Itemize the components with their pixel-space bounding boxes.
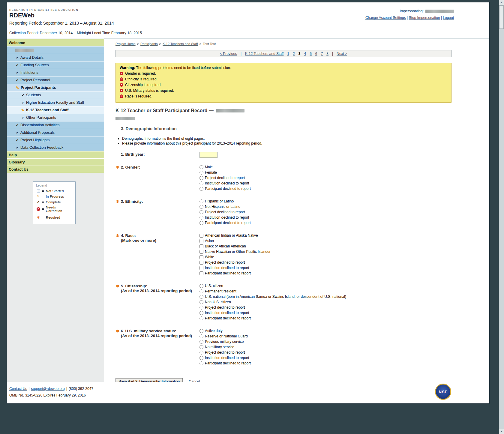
option-institution-declined-to-report[interactable]: Institution declined to report [200,356,251,360]
checkbox-input[interactable] [200,239,203,243]
checkbox-input[interactable] [200,261,203,265]
option-native-hawaiian-or-other-pacific-islander[interactable]: Native Hawaiian or Other Pacific Islande… [200,250,271,254]
checkbox-input[interactable] [200,266,203,270]
page-number-7[interactable]: 7 [321,52,323,56]
radio-input[interactable] [200,171,203,175]
option-institution-declined-to-report[interactable]: Institution declined to report [200,215,251,220]
section-link[interactable]: K-12 Teachers and Staff [245,52,284,56]
radio-input[interactable] [200,205,203,209]
sidebar-item-other-participants[interactable]: ✔Other Participants [7,114,104,121]
radio-input[interactable] [200,210,203,214]
option-male[interactable]: Male [200,165,251,169]
radio-input[interactable] [200,361,203,365]
radio-input[interactable] [200,221,203,225]
sidebar-item-funding-sources[interactable]: ✔Funding Sources [7,61,104,69]
sidebar-item-dissemination-activities[interactable]: ✔Dissemination Activities [7,121,104,129]
page-number-8[interactable]: 8 [326,52,328,56]
checkbox-input[interactable] [200,255,203,259]
option-female[interactable]: Female [200,170,251,175]
sidebar-item-k-12-teachers-and-staff[interactable]: ✎K-12 Teachers and Staff [7,106,104,114]
radio-input[interactable] [200,316,203,320]
option-project-declined-to-report[interactable]: Project declined to report [200,260,271,265]
option-institution-declined-to-report[interactable]: Institution declined to report [200,181,251,185]
breadcrumb-k-12-teachers-and-staff[interactable]: K-12 Teachers and Staff [163,42,198,46]
option-asian[interactable]: Asian [200,239,271,243]
sidebar-item-institutions[interactable]: ✔Institutions [7,69,104,76]
option-no-military-service[interactable]: No military service [200,345,251,349]
breadcrumb-project-home[interactable]: Project Home [116,42,136,46]
option-previous-military-service[interactable]: Previous military service [200,340,251,344]
option-u-s-citizen[interactable]: U.S. citizen [200,284,346,288]
previous-page-link[interactable]: < Previous [220,52,237,56]
page-number-1[interactable]: 1 [287,52,289,56]
radio-input[interactable] [200,199,203,203]
sidebar-item-redacted[interactable] [7,46,104,54]
option-institution-declined-to-report[interactable]: Institution declined to report [200,311,346,315]
sidebar-item-project-personnel[interactable]: ✔Project Personnel [7,76,104,84]
option-participant-declined-to-report[interactable]: Participant declined to report [200,361,251,365]
radio-input[interactable] [200,165,203,169]
option-not-hispanic-or-latino[interactable]: Not Hispanic or Latino [200,205,251,209]
sidebar-item-higher-education-faculty-and-staff[interactable]: ✔Higher Education Faculty and Staff [7,99,104,106]
option-participant-declined-to-report[interactable]: Participant declined to report [200,316,346,320]
logout-link[interactable]: Logout [443,16,454,20]
next-page-link[interactable]: Next > [337,52,347,56]
option-permanent-resident[interactable]: Permanent resident [200,289,346,293]
option-active-duty[interactable]: Active duty [200,329,251,333]
sidebar-item-students[interactable]: ✔Students [7,91,104,99]
option-participant-declined-to-report[interactable]: Participant declined to report [200,187,251,191]
page-scrollbar[interactable]: ▲ ▼ [499,0,504,434]
page-number-2[interactable]: 2 [293,52,295,56]
radio-input[interactable] [200,329,203,333]
option-project-declined-to-report[interactable]: Project declined to report [200,210,251,214]
option-black-or-african-american[interactable]: Black or African American [200,244,271,248]
radio-input[interactable] [200,340,203,344]
sidebar-item-project-highlights[interactable]: ✔Project Highlights [7,136,104,144]
breadcrumb-participants[interactable]: Participants [140,42,158,46]
radio-input[interactable] [200,311,203,315]
option-institution-declined-to-report[interactable]: Institution declined to report [200,266,271,270]
option-participant-declined-to-report[interactable]: Participant declined to report [200,221,251,225]
scrollbar-thumb[interactable] [499,5,504,29]
option-participant-declined-to-report[interactable]: Participant declined to report [200,271,271,275]
sidebar-item-data-collection-feedback[interactable]: ✔Data Collection Feedback [7,144,104,151]
sidebar-item-award-details[interactable]: ✔Award Details [7,54,104,61]
scroll-up-arrow[interactable]: ▲ [499,0,504,5]
page-number-6[interactable]: 6 [315,52,317,56]
scroll-down-arrow[interactable]: ▼ [499,429,504,434]
page-number-4[interactable]: 4 [304,52,306,56]
radio-input[interactable] [200,176,203,180]
radio-input[interactable] [200,351,203,355]
option-reserve-or-national-guard[interactable]: Reserve or National Guard [200,334,251,338]
sidebar-item-glossary[interactable]: Glossary [7,159,104,166]
radio-input[interactable] [200,216,203,220]
option-american-indian-or-alaska-native[interactable]: American Indian or Alaska Native [200,233,271,238]
change-account-settings-link[interactable]: Change Account Settings [365,16,406,20]
radio-input[interactable] [200,356,203,360]
support-rdeweb-org[interactable]: support@rdeweb.org [31,387,64,391]
option-non-u-s-citizen[interactable]: Non-U.S. citizen [200,300,346,304]
option-project-declined-to-report[interactable]: Project declined to report [200,305,346,310]
checkbox-input[interactable] [200,234,203,238]
birth-year-input[interactable] [200,152,218,158]
radio-input[interactable] [200,306,203,310]
sidebar-item-contact-us[interactable]: Contact Us [7,166,104,173]
stop-impersonation-link[interactable]: Stop Impersonation [409,16,440,20]
radio-input[interactable] [200,289,203,293]
radio-input[interactable] [200,181,203,185]
option-project-declined-to-report[interactable]: Project declined to report [200,350,251,355]
option-hispanic-or-latino[interactable]: Hispanic or Latino [200,199,251,203]
sidebar-item-welcome[interactable]: Welcome [7,39,104,46]
checkbox-input[interactable] [200,244,203,248]
option-white[interactable]: White [200,255,271,259]
checkbox-input[interactable] [200,250,203,254]
option-u-s-national-born-in-american-samoa-or-swains-island-or-descendent-of-u-s-national[interactable]: U.S. national (born in American Samoa or… [200,295,346,299]
radio-input[interactable] [200,300,203,304]
radio-input[interactable] [200,334,203,338]
radio-input[interactable] [200,295,203,299]
radio-input[interactable] [200,345,203,349]
page-number-5[interactable]: 5 [310,52,312,56]
checkbox-input[interactable] [200,271,203,275]
option-project-declined-to-report[interactable]: Project declined to report [200,176,251,180]
sidebar-item-additional-proposals[interactable]: ✔Additional Proposals [7,129,104,136]
